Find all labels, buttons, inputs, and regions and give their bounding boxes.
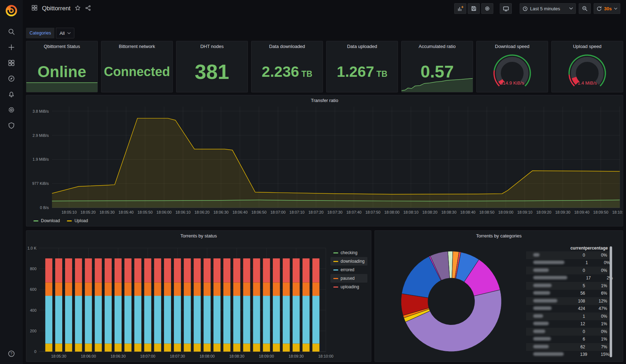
variables-row: Categories All bbox=[26, 28, 74, 38]
svg-text:18:05:30: 18:05:30 bbox=[100, 210, 115, 214]
svg-text:18:07:50: 18:07:50 bbox=[365, 210, 381, 214]
svg-text:18:08:30: 18:08:30 bbox=[229, 354, 244, 358]
svg-text:1.9 MiB/s: 1.9 MiB/s bbox=[33, 157, 49, 161]
tv-mode-button[interactable] bbox=[500, 3, 512, 14]
table-row[interactable]: 00% bbox=[526, 267, 612, 274]
zoom-out-button[interactable] bbox=[579, 3, 591, 14]
svg-text:18:09:50: 18:09:50 bbox=[593, 210, 609, 214]
series-area-upload bbox=[52, 118, 620, 208]
svg-text:18:10:00: 18:10:00 bbox=[318, 354, 334, 358]
legend-item-errored[interactable]: errored bbox=[330, 266, 367, 274]
dashboard-settings-button[interactable] bbox=[481, 3, 493, 14]
table-row[interactable]: 10% bbox=[526, 312, 612, 320]
percentage-value: 1% bbox=[585, 337, 607, 342]
blurred-label bbox=[533, 268, 549, 272]
category-name-redacted bbox=[533, 329, 562, 334]
svg-text:18:06:40: 18:06:40 bbox=[232, 210, 248, 214]
percentage-value: 47% bbox=[585, 306, 607, 311]
table-row[interactable]: 627% bbox=[526, 343, 612, 351]
categories-filter-dropdown[interactable]: All bbox=[56, 28, 74, 38]
legend-label: Upload bbox=[74, 218, 88, 223]
stat-panel-qbittorrent-status: Qbittorrent StatusOnline bbox=[26, 41, 98, 92]
svg-text:18:05:40: 18:05:40 bbox=[118, 210, 134, 214]
svg-text:18:08:10: 18:08:10 bbox=[403, 210, 419, 214]
share-icon[interactable] bbox=[85, 5, 91, 12]
configuration-gear-icon[interactable] bbox=[7, 106, 15, 114]
current-value: 0 bbox=[562, 268, 585, 273]
stat-value: 381 bbox=[195, 61, 229, 82]
svg-text:18:06:30: 18:06:30 bbox=[213, 210, 229, 214]
svg-text:18:08:20: 18:08:20 bbox=[422, 210, 437, 214]
table-row[interactable]: 566% bbox=[526, 290, 612, 298]
table-row[interactable]: 42447% bbox=[526, 305, 612, 313]
panel-title: Torrents by categories bbox=[375, 233, 623, 239]
svg-text:600: 600 bbox=[30, 287, 36, 291]
legend-item-downloading[interactable]: downloading bbox=[330, 257, 367, 266]
percentage-value: 0% bbox=[585, 268, 607, 273]
stat-panel-title: Accumulated ratio bbox=[402, 44, 473, 49]
svg-text:18:06:00: 18:06:00 bbox=[156, 210, 172, 214]
table-row[interactable]: 61% bbox=[526, 336, 612, 343]
stacked-bars[interactable] bbox=[45, 258, 319, 352]
time-range-picker[interactable]: Last 5 minutes bbox=[520, 3, 576, 14]
legend-item-checking[interactable]: checking bbox=[330, 248, 367, 257]
column-header-current[interactable]: current bbox=[562, 246, 585, 251]
time-range-label: Last 5 minutes bbox=[530, 6, 560, 11]
legend-swatch bbox=[333, 261, 338, 262]
save-dashboard-button[interactable] bbox=[468, 3, 480, 14]
stat-unit: TB bbox=[299, 69, 312, 79]
dashboard-grid-icon[interactable] bbox=[31, 5, 38, 12]
blurred-label bbox=[533, 314, 543, 318]
table-row[interactable]: 10% bbox=[526, 259, 612, 267]
svg-text:18:09:00: 18:09:00 bbox=[498, 210, 514, 214]
table-header-row: currentpercentage bbox=[526, 245, 612, 251]
table-row[interactable]: 10812% bbox=[526, 297, 612, 305]
table-row[interactable]: 51% bbox=[526, 282, 612, 290]
stat-panel-accumulated-ratio: Accumulated ratio0.57 bbox=[401, 41, 473, 92]
admin-shield-icon[interactable] bbox=[7, 122, 15, 129]
stat-panel-dht-nodes: DHT nodes381 bbox=[176, 41, 248, 92]
stat-value: Online bbox=[38, 64, 86, 80]
help-icon[interactable]: ? bbox=[7, 350, 15, 358]
percentage-value: 6% bbox=[585, 291, 607, 296]
stat-panel-download-speed: Download speed314.9 KiB/s bbox=[476, 41, 548, 92]
legend-label: downloading bbox=[341, 259, 365, 264]
add-panel-button[interactable] bbox=[454, 3, 466, 14]
stat-panel-title: Data uploaded bbox=[327, 44, 398, 49]
svg-text:18:06:10: 18:06:10 bbox=[175, 210, 191, 214]
grafana-logo[interactable] bbox=[4, 4, 18, 18]
blurred-label bbox=[533, 306, 552, 310]
blurred-label bbox=[533, 322, 549, 325]
table-scrollbar[interactable] bbox=[610, 246, 612, 357]
svg-text:0 B/s: 0 B/s bbox=[40, 205, 49, 210]
transfer-ratio-chart[interactable]: 18:05:1018:05:2018:05:3018:05:4018:05:50… bbox=[26, 95, 623, 226]
legend-item-uploading[interactable]: uploading bbox=[330, 283, 367, 291]
refresh-button[interactable]: 30s bbox=[594, 3, 620, 14]
explore-compass-icon[interactable] bbox=[7, 75, 15, 82]
stats-row: Qbittorrent StatusOnlineBittorrent netwo… bbox=[26, 41, 623, 92]
table-row[interactable]: 172% bbox=[526, 274, 612, 282]
blurred-label bbox=[533, 337, 551, 341]
torrents-by-status-chart[interactable]: 18:05:3018:06:0018:06:3018:07:0018:07:30… bbox=[26, 231, 371, 362]
table-row[interactable]: 00% bbox=[526, 251, 612, 259]
dashboards-icon[interactable] bbox=[7, 59, 15, 67]
svg-text:18:09:20: 18:09:20 bbox=[536, 210, 552, 214]
svg-text:0: 0 bbox=[34, 349, 36, 354]
table-row[interactable]: 00% bbox=[526, 328, 612, 336]
panel-torrents-by-status: Torrents by status 18:05:3018:06:0018:06… bbox=[26, 230, 371, 362]
svg-text:18:09:10: 18:09:10 bbox=[517, 210, 532, 214]
legend-item-upload[interactable]: Upload bbox=[67, 218, 88, 223]
column-header-percentage[interactable]: percentage bbox=[585, 246, 607, 251]
legend-item-download[interactable]: Download bbox=[33, 218, 60, 223]
search-icon[interactable] bbox=[7, 28, 15, 36]
stat-unit: TB bbox=[374, 69, 387, 79]
current-value: 17 bbox=[567, 275, 591, 280]
blurred-label bbox=[533, 345, 549, 348]
svg-text:2.9 MiB/s: 2.9 MiB/s bbox=[33, 133, 49, 138]
legend-item-paused[interactable]: paused bbox=[330, 274, 367, 283]
alerting-bell-icon[interactable] bbox=[7, 90, 15, 98]
create-plus-icon[interactable] bbox=[7, 43, 15, 51]
table-row[interactable]: 121% bbox=[526, 320, 612, 328]
table-row[interactable]: 13915% bbox=[526, 351, 612, 359]
star-icon[interactable] bbox=[75, 5, 81, 12]
